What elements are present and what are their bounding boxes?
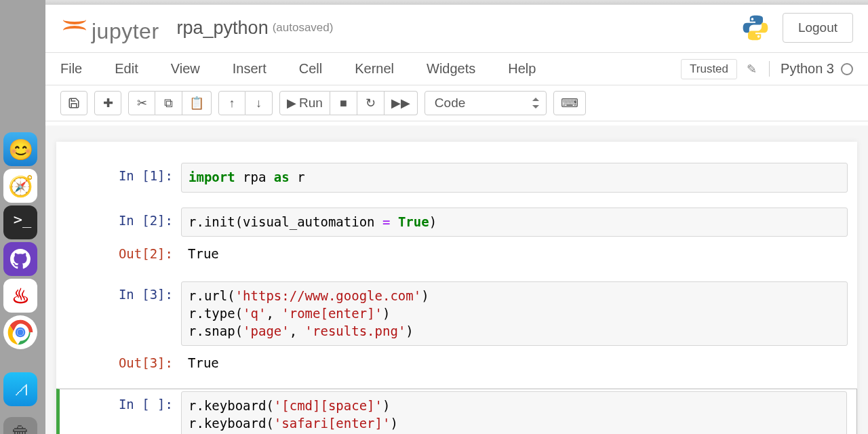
code-cell[interactable]: In [2]:r.init(visual_automation = True) — [56, 205, 857, 239]
dock-appstore-icon[interactable]: ⩘ — [3, 372, 37, 406]
menu-file[interactable]: File — [60, 61, 82, 77]
dock-chrome-icon[interactable] — [3, 315, 37, 349]
code-input[interactable]: r.init(visual_automation = True) — [181, 208, 848, 237]
run-icon: ▶ — [287, 96, 296, 111]
in-prompt: In [ ]: — [66, 391, 181, 434]
restart-run-all-button[interactable]: ▶▶ — [384, 91, 418, 115]
fast-forward-icon: ▶▶ — [391, 96, 410, 111]
menu-kernel[interactable]: Kernel — [355, 61, 394, 77]
restart-icon: ↻ — [366, 96, 376, 111]
in-prompt: In [1]: — [66, 163, 181, 193]
notebook-container: In [1]:import rpa as rIn [2]:r.init(visu… — [56, 142, 857, 434]
command-palette-button[interactable]: ⌨ — [553, 91, 586, 115]
jupyter-notebook-window: jupyter rpa_python (autosaved) Logout Fi… — [45, 5, 868, 434]
dock-java-icon[interactable]: ♨ — [3, 279, 37, 313]
macos-menubar — [45, 0, 868, 5]
scissors-icon: ✂ — [137, 96, 147, 111]
macos-dock: 😊 🧭 >_ ♨ ⩘ 🗑 — [3, 132, 41, 434]
move-up-button[interactable]: ↑ — [218, 91, 245, 115]
copy-button[interactable]: ⧉ — [155, 91, 182, 115]
add-cell-button[interactable]: ✚ — [94, 91, 121, 115]
logout-button[interactable]: Logout — [783, 13, 853, 43]
code-input[interactable]: r.url('https://www.google.com') r.type('… — [181, 281, 848, 346]
paste-icon: 📋 — [189, 96, 204, 111]
save-button[interactable] — [60, 91, 87, 115]
toolbar: ✚ ✂ ⧉ 📋 ↑ ↓ ▶Run ■ ↻ ▶▶ Code ⌨ — [45, 85, 868, 121]
autosave-label: (autosaved) — [273, 21, 334, 35]
move-down-button[interactable]: ↓ — [245, 91, 273, 115]
dock-safari-icon[interactable]: 🧭 — [3, 169, 37, 203]
menu-help[interactable]: Help — [508, 61, 536, 77]
keyboard-icon: ⌨ — [561, 96, 578, 111]
jupyter-brand-text: jupyter — [92, 19, 159, 44]
in-prompt: In [3]: — [66, 281, 181, 346]
menu-cell[interactable]: Cell — [299, 61, 322, 77]
code-input[interactable]: import rpa as r — [181, 163, 848, 193]
notebook-name[interactable]: rpa_python — [177, 18, 269, 39]
in-prompt: In [2]: — [66, 208, 181, 237]
run-label: Run — [299, 96, 323, 111]
python-icon — [741, 13, 770, 43]
dock-github-icon[interactable] — [3, 242, 37, 276]
dock-terminal-icon[interactable]: >_ — [3, 205, 37, 239]
kernel-indicator[interactable]: Python 3 — [769, 61, 853, 77]
cut-button[interactable]: ✂ — [128, 91, 155, 115]
code-cell[interactable]: In [3]:r.url('https://www.google.com') r… — [56, 279, 857, 348]
menu-widgets[interactable]: Widgets — [427, 61, 475, 77]
menubar: File Edit View Insert Cell Kernel Widget… — [45, 53, 868, 85]
output-text: True — [181, 350, 848, 376]
dock-trash-icon[interactable]: 🗑 — [3, 417, 37, 434]
interrupt-button[interactable]: ■ — [330, 91, 357, 115]
output-row: Out[3]:True — [56, 348, 857, 378]
dock-finder-icon[interactable]: 😊 — [3, 132, 37, 166]
cell-type-value: Code — [435, 96, 465, 111]
plus-icon: ✚ — [103, 96, 113, 111]
notebook-header: jupyter rpa_python (autosaved) Logout — [45, 5, 868, 53]
restart-button[interactable]: ↻ — [357, 91, 384, 115]
jupyter-logo-icon — [60, 12, 87, 39]
notebook-body: In [1]:import rpa as rIn [2]:r.init(visu… — [45, 125, 868, 434]
trusted-badge[interactable]: Trusted — [681, 59, 737, 79]
svg-point-3 — [17, 329, 23, 335]
kernel-name-label: Python 3 — [781, 61, 834, 77]
menu-view[interactable]: View — [171, 61, 200, 77]
arrow-down-icon: ↓ — [256, 96, 262, 111]
arrow-up-icon: ↑ — [229, 96, 235, 111]
stop-icon: ■ — [340, 96, 347, 111]
copy-icon: ⧉ — [164, 96, 173, 111]
out-prompt: Out[2]: — [66, 241, 181, 267]
code-cell[interactable]: In [ ]:r.keyboard('[cmd][space]') r.keyb… — [56, 389, 857, 434]
pencil-icon[interactable]: ✎ — [747, 62, 757, 77]
cell-type-select[interactable]: Code — [425, 91, 547, 115]
code-input[interactable]: r.keyboard('[cmd][space]') r.keyboard('s… — [181, 391, 847, 434]
output-text: True — [181, 241, 848, 267]
out-prompt: Out[3]: — [66, 350, 181, 376]
output-row: Out[2]:True — [56, 239, 857, 269]
kernel-status-circle-icon — [841, 63, 853, 75]
code-cell[interactable]: In [1]:import rpa as r — [56, 161, 857, 195]
run-button[interactable]: ▶Run — [279, 91, 330, 115]
menu-insert[interactable]: Insert — [233, 61, 267, 77]
paste-button[interactable]: 📋 — [182, 91, 212, 115]
menu-edit[interactable]: Edit — [115, 61, 138, 77]
jupyter-logo[interactable]: jupyter — [60, 12, 159, 44]
